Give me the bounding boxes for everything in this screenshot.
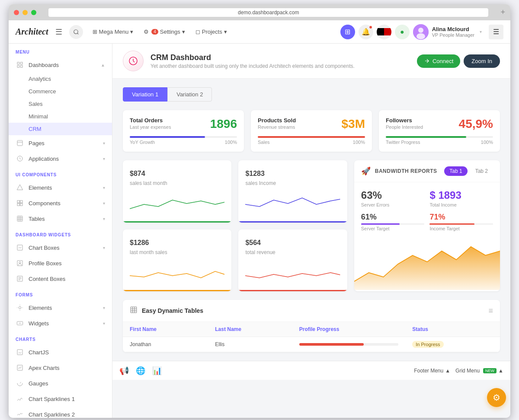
browser-close-dot[interactable] xyxy=(14,10,19,15)
bandwidth-tab1[interactable]: Tab 1 xyxy=(444,166,467,176)
fab-settings-button[interactable]: ⚙ xyxy=(487,388,506,407)
sidebar-item-form-widgets[interactable]: Widgets ▾ xyxy=(9,315,112,331)
user-role: VP People Manager xyxy=(432,32,474,38)
chart-bottom-bar xyxy=(123,221,231,223)
stat-card-value: $3M xyxy=(342,117,365,131)
chevron-down-icon: ▾ xyxy=(224,29,227,35)
stat-card-info: Total Orders Last year expenses xyxy=(130,117,171,130)
footer-icon-2[interactable]: 🌐 xyxy=(136,366,145,375)
variation2-tab[interactable]: Variation 2 xyxy=(167,87,212,102)
profile-boxes-label: Profile Boxes xyxy=(29,260,105,267)
sidebar-item-gauges[interactable]: Gauges xyxy=(9,375,112,391)
bw-progress-label: Income Target xyxy=(429,226,493,231)
elements-icon xyxy=(16,183,24,192)
cell-lastname: Ellis xyxy=(208,337,292,352)
new-badge: NEW xyxy=(483,368,497,373)
footer-icon-3[interactable]: 📊 xyxy=(152,366,162,375)
sidebar-item-analytics[interactable]: Analytics xyxy=(9,73,112,85)
sidebar-item-elements[interactable]: Elements ▾ xyxy=(9,180,112,195)
search-button[interactable] xyxy=(69,25,83,39)
sidebar-item-pages[interactable]: Pages ▾ xyxy=(9,135,112,151)
sidebar-item-crm[interactable]: CRM xyxy=(9,123,112,135)
sidebar-item-minimal[interactable]: Minimal xyxy=(9,110,112,123)
pages-icon xyxy=(16,139,24,147)
sidebar-item-tables[interactable]: Tables ▾ xyxy=(9,211,112,226)
chevron-down-icon: ▾ xyxy=(103,201,105,206)
grid-view-button[interactable]: ⊞ xyxy=(340,25,355,39)
browser-max-dot[interactable] xyxy=(31,10,36,15)
tables-icon xyxy=(16,214,24,223)
table-options-button[interactable]: ≡ xyxy=(488,306,493,315)
grid-menu-button[interactable]: Grid Menu NEW ▲ xyxy=(455,368,503,374)
dashboards-label: Dashboards xyxy=(29,62,101,68)
notification-dot xyxy=(369,25,372,29)
svg-rect-13 xyxy=(17,204,19,206)
sparklines1-label: Chart Sparklines 1 xyxy=(29,396,105,402)
sparkline-chart xyxy=(130,191,224,213)
sparkline-chart xyxy=(130,261,224,282)
mega-menu-nav[interactable]: ⊞ Mega Menu ▾ xyxy=(88,26,138,38)
mini-chart-label: sales Income xyxy=(245,180,340,186)
svg-rect-5 xyxy=(20,62,22,64)
sidebar-item-sparklines1[interactable]: Chart Sparklines 1 xyxy=(9,391,112,407)
sidebar-item-sparklines2[interactable]: Chart Sparklines 2 xyxy=(9,407,112,418)
menu-toggle-button[interactable]: ☰ xyxy=(489,25,503,39)
user-profile[interactable]: Alina Mclourd VP People Manager ▾ xyxy=(413,24,482,40)
footer-menu-button[interactable]: Footer Menu ▲ xyxy=(414,368,450,374)
stat-card-subtitle: People Interested xyxy=(386,124,423,130)
user-name: Alina Mclourd xyxy=(432,26,474,32)
connect-button[interactable]: Connect xyxy=(417,54,460,68)
svg-rect-7 xyxy=(20,65,22,67)
sidebar-item-commerce[interactable]: Commerce xyxy=(9,85,112,98)
sidebar-item-dashboards[interactable]: Dashboards ▲ xyxy=(9,57,112,73)
sidebar-item-profile-boxes[interactable]: Profile Boxes xyxy=(9,255,112,271)
bandwidth-title: BANDWIDTH REPORTS xyxy=(375,168,445,174)
content-boxes-icon xyxy=(16,274,24,283)
sidebar-item-chartjs[interactable]: ChartJS xyxy=(9,344,112,360)
bw-stat-label: Total Income xyxy=(429,202,493,207)
sidebar-item-components[interactable]: Components ▾ xyxy=(9,195,112,211)
applications-label: Applications xyxy=(29,156,103,162)
new-tab-button[interactable]: + xyxy=(500,8,505,17)
mini-chart-value: $1283 xyxy=(245,167,340,178)
bandwidth-card: 🚀 BANDWIDTH REPORTS Tab 1 Tab 2 63% xyxy=(354,160,500,291)
sparklines2-icon xyxy=(16,410,24,418)
chart-boxes-icon xyxy=(16,243,24,252)
mini-chart-value: $1286 xyxy=(130,236,224,248)
col-firstname: First Name xyxy=(123,322,208,337)
notifications-button[interactable]: 🔔 xyxy=(359,25,373,39)
stat-card-header: Total Orders Last year expenses 1896 xyxy=(130,117,237,131)
chevron-down-icon: ▾ xyxy=(103,156,105,161)
chevron-down-icon: ▾ xyxy=(480,29,482,34)
activity-button[interactable]: ● xyxy=(395,25,410,39)
table-section: Easy Dynamic Tables ≡ First Name Last Na… xyxy=(123,300,500,352)
sidebar-item-applications[interactable]: Applications ▾ xyxy=(9,151,112,166)
mini-chart-card-3: $1286 last month sales xyxy=(123,229,231,292)
mini-chart-value: $874 xyxy=(130,167,224,178)
flag-button[interactable] xyxy=(377,25,391,39)
sidebar-item-form-elements[interactable]: Elements ▾ xyxy=(9,300,112,315)
stat-cards: Total Orders Last year expenses 1896 xyxy=(123,110,500,152)
stat-card-subtitle: Revenue streams xyxy=(258,124,296,130)
chevron-down-icon: ▾ xyxy=(103,321,105,326)
bandwidth-area-chart xyxy=(354,238,500,291)
stat-bar-track xyxy=(258,136,365,138)
sidebar-item-chart-boxes[interactable]: Chart Boxes ▾ xyxy=(9,240,112,255)
sidebar-item-content-boxes[interactable]: Content Boxes xyxy=(9,271,112,286)
hamburger-button[interactable]: ☰ xyxy=(55,27,62,37)
sidebar-item-apex-charts[interactable]: Apex Charts xyxy=(9,360,112,375)
stat-bar-container: Twitter Progress 100% xyxy=(386,136,493,145)
nav-items: ⊞ Mega Menu ▾ ⚙ 4 Settings ▾ ◻ Projects … xyxy=(88,26,231,38)
settings-nav[interactable]: ⚙ 4 Settings ▾ xyxy=(139,26,189,38)
footer-icon-1[interactable]: 📢 xyxy=(119,366,129,375)
projects-nav[interactable]: ◻ Projects ▾ xyxy=(191,26,231,38)
bandwidth-tab2[interactable]: Tab 2 xyxy=(470,166,493,176)
url-bar[interactable]: demo.dashboardpack.com xyxy=(48,8,488,17)
dashboard-widgets-label: DASHBOARD WIDGETS xyxy=(9,226,112,240)
page-header-text: CRM Dashboard Yet another dashboard buil… xyxy=(151,53,417,69)
browser-min-dot[interactable] xyxy=(22,10,28,15)
variation1-tab[interactable]: Variation 1 xyxy=(123,87,167,102)
zoom-in-button[interactable]: Zoom In xyxy=(464,54,500,68)
sidebar-item-sales[interactable]: Sales xyxy=(9,98,112,110)
cell-status: In Progress xyxy=(405,337,500,352)
